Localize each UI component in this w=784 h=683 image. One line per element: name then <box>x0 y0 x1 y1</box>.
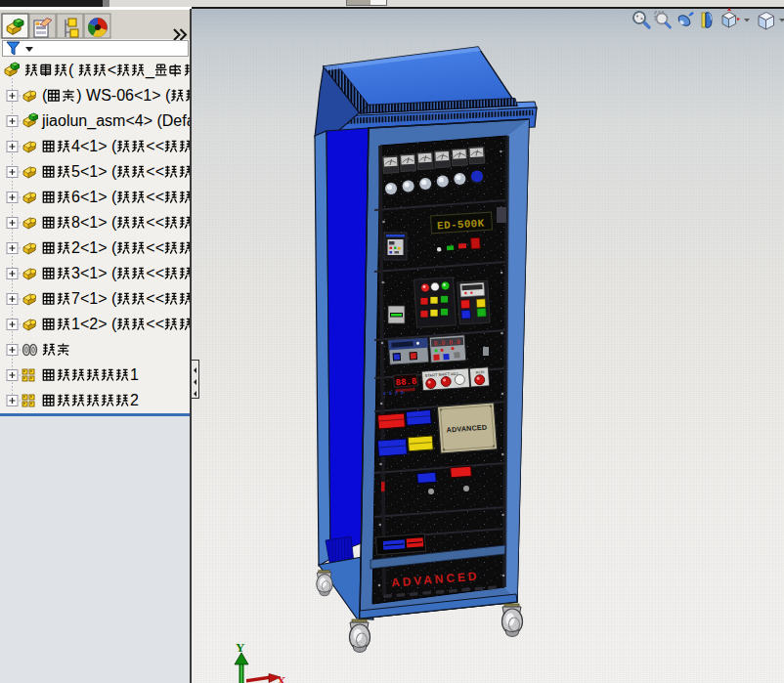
svg-text:Y: Y <box>236 640 245 655</box>
svg-text:RUN: RUN <box>475 369 484 375</box>
svg-text:88.8: 88.8 <box>395 377 416 388</box>
svg-text:X: X <box>277 673 286 683</box>
